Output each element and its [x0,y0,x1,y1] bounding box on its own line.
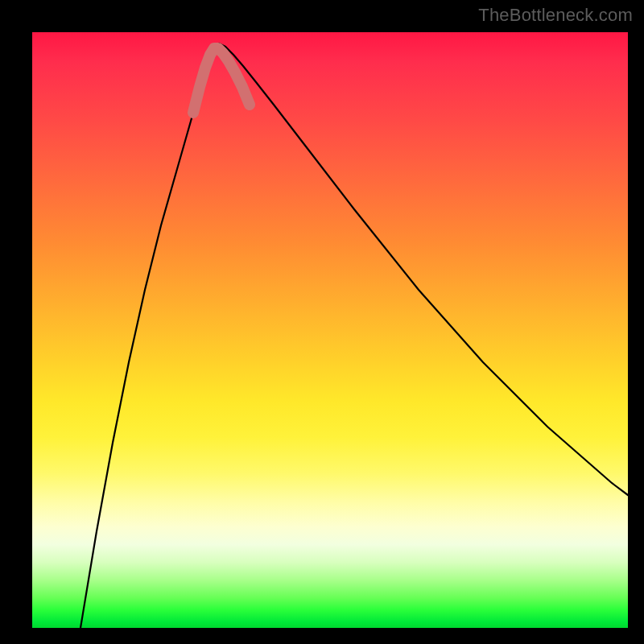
plot-area [32,32,628,628]
curve-svg [32,32,628,628]
curve-layer [80,43,628,628]
bottom-highlight [193,48,250,113]
watermark-text: TheBottleneck.com [478,5,633,26]
bottleneck-curve [80,43,628,628]
chart-stage: TheBottleneck.com [0,0,644,644]
